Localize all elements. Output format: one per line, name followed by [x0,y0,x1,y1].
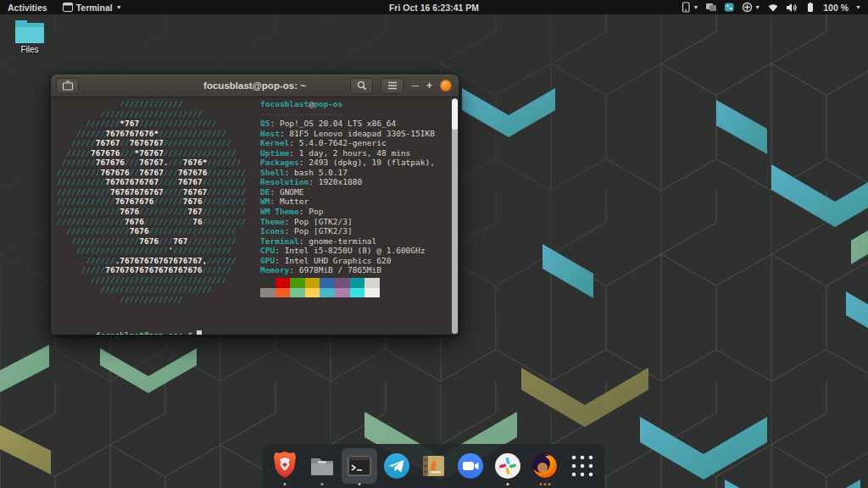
wifi-icon[interactable] [767,3,779,13]
palette-swatch [350,288,365,298]
close-button[interactable] [440,80,452,92]
palette-swatch [290,288,305,298]
neofetch-header: focusblast@pop-os [260,99,435,109]
hamburger-icon [387,81,398,90]
ascii-art-line: /////76767//7676767////////////// [57,138,246,148]
terminal-window-icon [63,3,73,12]
terminal-color-palette [260,278,380,297]
neofetch-separator: ----------------- [260,109,435,119]
clock[interactable]: Fri Oct 16 6:23:41 PM [389,0,479,14]
ascii-art-line: //////////////////////////// [57,275,246,286]
chevron-down-icon: ▼ [693,4,698,10]
palette-swatch [275,288,291,298]
files-icon [308,452,337,480]
window-title: focusblast@pop-os: ~ [203,80,306,91]
dock-item-app-grid[interactable] [565,446,600,486]
ascii-art-line: //////////76767676767////76767///////// [57,177,246,187]
ascii-art-line: /////////////7676////////////////// [57,226,246,236]
neofetch-info-line: Terminal: gnome-terminal [260,236,435,247]
search-button[interactable] [350,78,373,94]
palette-swatch [350,278,365,288]
palette-swatch [305,288,320,298]
window-titlebar[interactable]: focusblast@pop-os: ~ ─ + [51,75,459,97]
ascii-art-line: ///////////////////'//////////// [57,246,246,256]
ascii-art-line: ///////767676///76767.///7676*/////// [57,158,246,168]
neofetch-info-line: Shell: bash 5.0.17 [260,168,435,178]
ascii-art-line: ///////*767//////////////// [57,119,246,129]
ascii-art-line: /////////////7676//////////767///////// [57,207,246,217]
palette-swatch [305,278,320,288]
neofetch-info-line: GPU: Intel UHD Graphics 620 [260,256,435,266]
ascii-art-line: ///////////76767676767////76767//////// [57,187,246,197]
ascii-art-line: /////////////////////// [57,285,246,295]
shell-prompt[interactable]: focusblast@pop-os:~$ [57,320,202,330]
ascii-art-line: //////.76767676767676767,////// [57,256,246,266]
neofetch-info-line: Uptime: 1 day, 2 hours, 48 mins [260,148,435,158]
teal-app-indicator-icon[interactable] [724,2,735,13]
neofetch-info-line: WM Theme: Pop [260,207,435,217]
brave-icon [270,450,299,482]
palette-swatch [260,288,275,298]
ascii-art-line: ////////////76767676//////7676///////// [57,197,246,207]
dock-item-zoom[interactable] [453,446,488,486]
palette-swatch [335,288,350,298]
desktop: Activities Terminal ▼ Fri Oct 16 6:23:41… [0,0,868,488]
neofetch-info-line: DE: GNOME [260,187,435,197]
neofetch-info-line: Resolution: 1920x1080 [260,177,435,187]
ascii-art-line: /////////767676//76767///767676//////// [57,168,246,178]
battery-percentage: 100 % [823,3,849,13]
scrollbar-thumb[interactable] [452,99,458,130]
dock-item-brave[interactable] [267,446,303,486]
desktop-files-shortcut[interactable]: Files [11,20,48,54]
chevron-down-icon[interactable]: ▼ [855,4,861,10]
search-icon [357,80,367,91]
activities-button[interactable]: Activities [8,3,47,13]
menu-button[interactable] [381,78,403,94]
new-tab-button[interactable] [56,78,79,94]
neofetch-info-line: Kernel: 5.4.0-7642-generic [260,138,435,148]
terminal-content[interactable]: ///////////// ///////////////////// ////… [51,97,459,335]
battery-icon[interactable] [804,3,816,13]
palette-swatch [260,278,275,288]
palette-swatch [335,278,350,288]
minimize-button[interactable]: ─ [411,80,419,91]
palette-swatch [290,278,305,288]
app-menu-label: Terminal [76,3,113,13]
scrollbar[interactable] [452,98,458,334]
neofetch-info-line: CPU: Intel i5-8250U (8) @ 1.600GHz [260,246,435,256]
folder-icon [15,20,44,43]
dock-item-notebook[interactable] [415,446,451,486]
dock-item-telegram[interactable] [379,446,415,486]
dock-item-slack[interactable] [490,446,526,486]
neofetch-info-line: Memory: 6978MiB / 7865MiB [260,265,435,275]
dock-item-firefox[interactable] [527,446,563,486]
neofetch-info-line: OS: Pop!_OS 20.04 LTS x86_64 [260,119,435,129]
ascii-art-line: ///////////////////// [57,109,246,119]
palette-row [260,288,380,298]
maximize-button[interactable]: + [426,80,432,91]
chat-indicator-icon[interactable] [705,2,717,13]
slack-icon [493,452,522,480]
palette-row [260,278,380,288]
palette-swatch [364,288,380,298]
ascii-art-line: //////////////7676//////////76///////// [57,217,246,227]
palette-swatch [320,288,335,298]
dock-item-terminal[interactable] [342,446,377,486]
chevron-down-icon: ▼ [116,4,122,10]
updates-indicator-icon[interactable]: ▼ [742,2,760,13]
neofetch-info: focusblast@pop-os ----------------- OS: … [260,99,435,275]
system-tray[interactable]: ▼ ▼ 100 % ▼ [681,0,865,14]
neofetch-info-line: Icons: Pop [GTK2/3] [260,226,435,236]
neofetch-info-line: Host: 81F5 Lenovo ideapad 330S-15IKB [260,129,435,139]
app-menu[interactable]: Terminal ▼ [63,3,122,13]
neofetch-info-line: Theme: Pop [GTK2/3] [260,217,435,227]
ascii-art-line: /////767676///*76767/////////////// [57,148,246,158]
app-grid-icon [570,453,595,479]
notebook-app-icon [419,452,448,480]
terminal-icon [345,452,374,480]
neofetch-info-line: WM: Mutter [260,197,435,207]
volume-icon[interactable] [786,3,798,13]
dock-item-files[interactable] [304,446,340,486]
ascii-art-line: /////76767676767676767676////// [57,265,246,275]
tablet-indicator-icon[interactable]: ▼ [681,2,698,13]
